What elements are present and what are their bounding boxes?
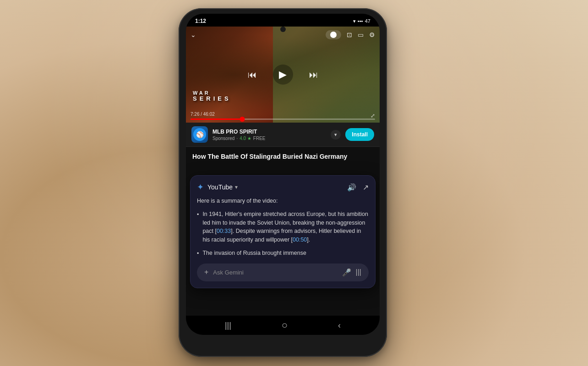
- status-bar: 1:12 ▾ ▪▪▪ 47: [186, 14, 380, 27]
- add-icon[interactable]: +: [204, 268, 208, 276]
- ad-sponsored: Sponsored: [212, 136, 234, 141]
- progress-track[interactable]: [191, 118, 375, 120]
- camera-notch: [280, 27, 286, 32]
- total-time: 46:02: [203, 112, 215, 117]
- progress-fill: [191, 118, 242, 120]
- fullscreen-button[interactable]: ⤢: [370, 113, 375, 119]
- ad-rating: 4.0 ★: [240, 136, 251, 141]
- ad-dropdown-button[interactable]: ▾: [331, 130, 341, 140]
- bottom-nav: ||| ○ ‹: [186, 316, 380, 335]
- video-title-area: How The Battle Of Stalingrad Buried Nazi…: [186, 147, 380, 165]
- signal-icon: ▪▪▪: [358, 18, 363, 24]
- gemini-intro: Here is a summary of the video:: [197, 197, 369, 205]
- ad-subtitle: Sponsored · 4.0 ★ FREE: [212, 136, 326, 141]
- ad-text: MLB PRO SPIRIT Sponsored · 4.0 ★ FREE: [212, 129, 326, 141]
- ad-banner: ⚾ MLB PRO SPIRIT Sponsored · 4.0 ★ FREE …: [186, 123, 380, 147]
- chevron-down-icon: ▾: [334, 132, 337, 138]
- video-center-controls: ⏮ ▶ ⏭: [248, 65, 318, 85]
- bullet-text-1: In 1941, Hitler's empire stretched acros…: [202, 210, 369, 244]
- video-title: How The Battle Of Stalingrad Buried Nazi…: [192, 152, 373, 161]
- gemini-star-icon: ✦: [197, 182, 204, 192]
- gemini-header: ✦ YouTube ▾ 🔊 ↗: [197, 182, 369, 192]
- current-time: 7:26: [191, 112, 199, 117]
- battery-level: 47: [365, 18, 370, 24]
- gemini-bullet-2: • The invasion of Russia brought immense: [197, 249, 369, 258]
- timestamp-link-1[interactable]: 00:33: [217, 228, 231, 234]
- external-link-button[interactable]: ↗: [363, 183, 369, 192]
- ad-icon-inner: ⚾: [193, 128, 206, 141]
- status-icons: ▾ ▪▪▪ 47: [353, 18, 370, 24]
- video-top-right-controls: ⊡ ▭ ⚙: [326, 30, 375, 39]
- time-display: 7:26 / 46:02: [191, 112, 375, 117]
- gemini-content: Here is a summary of the video: • In 194…: [197, 197, 369, 258]
- cast-icon[interactable]: ⊡: [347, 31, 352, 38]
- play-pause-button[interactable]: ▶: [273, 65, 293, 85]
- play-toggle[interactable]: [326, 30, 341, 39]
- series-text: SERIES: [193, 96, 231, 102]
- gemini-header-left: ✦ YouTube ▾: [197, 182, 238, 192]
- timestamp-link-2[interactable]: 00:50: [293, 237, 307, 243]
- scene: 1:12 ▾ ▪▪▪ 47 ⌄ ⊡ ▭ ⚙: [0, 0, 588, 366]
- play-icon: ▶: [279, 69, 287, 81]
- ad-title: MLB PRO SPIRIT: [212, 129, 326, 135]
- bullet-dot-2: •: [197, 249, 199, 258]
- ad-dot: ·: [236, 136, 238, 141]
- bullet-text-2: The invasion of Russia brought immense: [202, 249, 306, 258]
- phone-screen: 1:12 ▾ ▪▪▪ 47 ⌄ ⊡ ▭ ⚙: [186, 14, 380, 335]
- gemini-bullet-1: • In 1941, Hitler's empire stretched acr…: [197, 210, 369, 244]
- bullet-dot-1: •: [197, 210, 199, 244]
- settings-icon[interactable]: ⚙: [369, 31, 375, 38]
- video-player[interactable]: ⌄ ⊡ ▭ ⚙ WAR SERIES ⏮ ▶: [186, 27, 380, 123]
- ad-price: FREE: [253, 136, 266, 141]
- gemini-ask-bar[interactable]: + Ask Gemini 🎤 |||: [197, 264, 369, 281]
- back-button[interactable]: ‹: [338, 321, 341, 330]
- status-time: 1:12: [195, 18, 206, 24]
- voice-bars-icon[interactable]: |||: [356, 268, 361, 276]
- war-stories-label: WAR SERIES: [193, 90, 231, 102]
- progress-thumb[interactable]: [240, 117, 245, 122]
- ask-gemini-input[interactable]: Ask Gemini: [213, 269, 337, 276]
- gemini-header-right: 🔊 ↗: [347, 183, 369, 192]
- microphone-icon[interactable]: 🎤: [342, 268, 351, 277]
- gemini-chevron-icon: ▾: [235, 184, 238, 190]
- gemini-source-name: YouTube: [207, 183, 233, 191]
- toggle-indicator: [330, 32, 337, 38]
- gemini-overlay: ✦ YouTube ▾ 🔊 ↗ Here is a summary of the…: [190, 175, 376, 288]
- collapse-button[interactable]: ⌄: [191, 31, 196, 38]
- skip-back-button[interactable]: ⏮: [248, 70, 257, 80]
- wifi-icon: ▾: [353, 18, 356, 24]
- install-button[interactable]: Install: [345, 128, 374, 141]
- skip-forward-button[interactable]: ⏭: [309, 70, 318, 80]
- captions-icon[interactable]: ▭: [358, 31, 364, 38]
- video-progress[interactable]: 7:26 / 46:02: [186, 112, 380, 123]
- war-text: WAR: [193, 90, 231, 96]
- home-button[interactable]: ○: [282, 319, 288, 331]
- gemini-source[interactable]: YouTube ▾: [207, 183, 238, 191]
- ad-app-icon: ⚾: [191, 126, 208, 143]
- recents-button[interactable]: |||: [225, 321, 231, 330]
- audio-button[interactable]: 🔊: [347, 183, 356, 192]
